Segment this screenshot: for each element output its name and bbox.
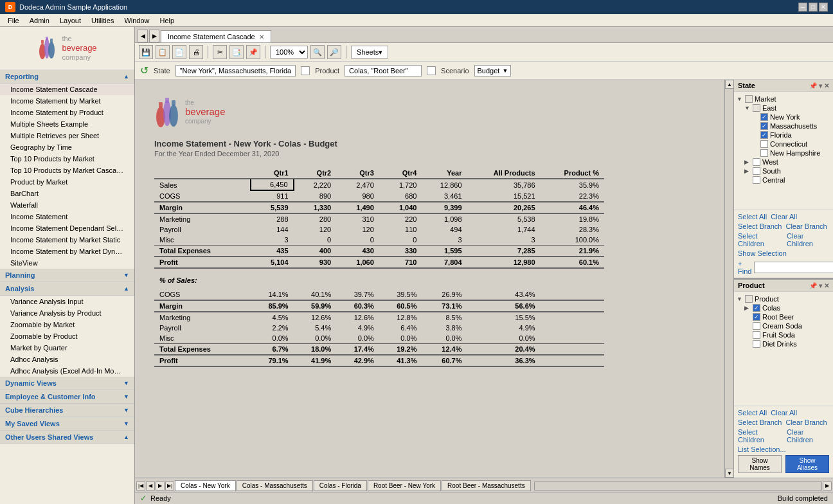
nav-item-siteview[interactable]: SiteView — [0, 257, 134, 269]
nav-section-reporting-header[interactable]: Reporting ▲ — [0, 70, 134, 84]
cell-cogs-pct[interactable]: 22.3% — [541, 190, 604, 202]
cell-margin-q4[interactable]: 1,040 — [379, 202, 422, 213]
cell-margin-year[interactable]: 9,399 — [422, 202, 467, 213]
nav-item-zoomable-product[interactable]: Zoomable by Product — [0, 330, 134, 342]
product-clear-all[interactable]: Clear All — [771, 409, 797, 417]
product-tree-colas[interactable]: ▶ ✓ Colas — [737, 303, 830, 312]
pct-totalexp-q2[interactable]: 18.0% — [294, 344, 337, 356]
product-panel-close[interactable]: ✕ — [824, 282, 829, 289]
state-tree-massachusetts[interactable]: ✓ Massachusetts — [737, 122, 830, 130]
sheet-scroll-right[interactable]: ▶ — [823, 482, 832, 491]
product-panel-collapse[interactable]: ▾ — [819, 282, 822, 289]
cell-cogs-q3[interactable]: 980 — [336, 190, 379, 202]
pct-cogs-q1[interactable]: 14.1% — [251, 289, 294, 300]
sheet-nav-next[interactable]: ▶ — [156, 482, 165, 491]
cell-sales-all[interactable]: 35,786 — [467, 179, 541, 190]
cell-payroll-q2[interactable]: 120 — [294, 224, 337, 235]
nav-item-top10-market[interactable]: Top 10 Products by Market — [0, 153, 134, 165]
cell-misc-q3[interactable]: 0 — [336, 235, 379, 246]
menu-layout[interactable]: Layout — [55, 15, 86, 26]
menu-window[interactable]: Window — [119, 15, 154, 26]
state-clear-children[interactable]: Clear Children — [787, 232, 829, 248]
state-clear-all[interactable]: Clear All — [771, 213, 797, 221]
market-check[interactable] — [745, 95, 753, 103]
pct-marketing-q4[interactable]: 12.8% — [379, 312, 422, 323]
show-aliases-button[interactable]: Show Aliases — [785, 455, 829, 473]
cell-misc-q2[interactable]: 0 — [294, 235, 337, 246]
pct-marketing-q1[interactable]: 4.5% — [251, 312, 294, 323]
product-root-check[interactable] — [745, 295, 753, 303]
nav-item-income-statement-cascade[interactable]: Income Statement Cascade — [0, 84, 134, 95]
cell-cogs-q2[interactable]: 890 — [294, 190, 337, 202]
cell-payroll-year[interactable]: 494 — [422, 224, 467, 235]
menu-help[interactable]: Help — [155, 15, 180, 26]
cell-margin-all[interactable]: 20,265 — [467, 202, 541, 213]
cell-margin-q1[interactable]: 5,539 — [251, 202, 294, 213]
pct-misc-q1[interactable]: 0.0% — [251, 333, 294, 344]
close-button[interactable]: ✕ — [819, 3, 828, 12]
pct-misc-q2[interactable]: 0.0% — [294, 333, 337, 344]
cell-profit-q1[interactable]: 5,104 — [251, 256, 294, 268]
pct-margin-q4[interactable]: 60.5% — [379, 300, 422, 312]
cell-cogs-q1[interactable]: 911 — [251, 190, 294, 202]
pct-margin-q1[interactable]: 85.9% — [251, 300, 294, 312]
sheet-tab-rootbeer-newyork[interactable]: Root Beer - New York — [368, 480, 441, 491]
nav-section-dynamic-header[interactable]: Dynamic Views ▼ — [0, 377, 134, 390]
tab-nav-right[interactable]: ▶ — [149, 30, 159, 42]
nav-item-product-market[interactable]: Product by Market — [0, 176, 134, 188]
pct-payroll-year[interactable]: 3.8% — [422, 323, 467, 333]
menu-utilities[interactable]: Utilities — [86, 15, 119, 26]
toolbar-cut[interactable]: ✂ — [213, 45, 227, 59]
cell-misc-all[interactable]: 3 — [467, 235, 541, 246]
cell-profit-q4[interactable]: 710 — [379, 256, 422, 268]
cell-totalexp-all[interactable]: 7,285 — [467, 246, 541, 257]
pct-profit-q1[interactable]: 79.1% — [251, 355, 294, 366]
product-tree-dietdrinks[interactable]: Diet Drinks — [737, 339, 830, 348]
state-find-input[interactable] — [754, 262, 833, 273]
pct-profit-q3[interactable]: 42.9% — [336, 355, 379, 366]
cell-profit-year[interactable]: 7,804 — [422, 256, 467, 268]
product-clear-branch[interactable]: Clear Branch — [785, 419, 827, 426]
nav-item-geography-time[interactable]: Geography by Time — [0, 141, 134, 153]
sheet-nav-first[interactable]: |◀ — [136, 482, 145, 491]
cell-margin-q2[interactable]: 1,330 — [294, 202, 337, 213]
pct-totalexp-q1[interactable]: 6.7% — [251, 344, 294, 356]
pct-payroll-q3[interactable]: 4.9% — [336, 323, 379, 333]
vertical-scrollbar[interactable]: ▲ ▼ — [724, 80, 733, 478]
cell-sales-q4[interactable]: 1,720 — [379, 179, 422, 190]
cell-cogs-q4[interactable]: 680 — [379, 190, 422, 202]
toolbar-btn-3[interactable]: 📄 — [172, 45, 186, 59]
cell-totalexp-pct[interactable]: 21.9% — [541, 246, 604, 257]
sheet-nav-prev[interactable]: ◀ — [146, 482, 155, 491]
cell-profit-q2[interactable]: 930 — [294, 256, 337, 268]
nav-section-cube-header[interactable]: Cube Hierarchies ▼ — [0, 404, 134, 417]
pct-misc-q3[interactable]: 0.0% — [336, 333, 379, 344]
sheet-nav-last[interactable]: ▶| — [165, 482, 174, 491]
cell-profit-q3[interactable]: 1,060 — [336, 256, 379, 268]
tab-close-button[interactable]: ✕ — [259, 33, 264, 40]
pct-cogs-q2[interactable]: 40.1% — [294, 289, 337, 300]
cell-payroll-all[interactable]: 1,744 — [467, 224, 541, 235]
cell-profit-all[interactable]: 12,980 — [467, 256, 541, 268]
cell-sales-q2[interactable]: 2,220 — [294, 179, 337, 190]
nav-item-barchart[interactable]: BarChart — [0, 188, 134, 199]
state-tree-west[interactable]: ▶ West — [737, 158, 830, 166]
cell-marketing-pct[interactable]: 19.8% — [541, 213, 604, 224]
sheet-tab-rootbeer-mass[interactable]: Root Beer - Massachusetts — [442, 480, 531, 491]
state-show-selection[interactable]: Show Selection — [738, 249, 787, 257]
cell-totalexp-q1[interactable]: 435 — [251, 246, 294, 257]
nav-item-income-statement-market[interactable]: Income Statement by Market — [0, 95, 134, 107]
nav-item-income-market-dynamic[interactable]: Income Statement by Market Dynamic — [0, 246, 134, 257]
cell-sales-q3[interactable]: 2,470 — [336, 179, 379, 190]
state-select-children[interactable]: Select Children — [738, 232, 783, 248]
pct-cogs-all[interactable]: 43.4% — [467, 289, 541, 300]
mass-check[interactable]: ✓ — [760, 122, 768, 130]
cell-profit-pct[interactable]: 60.1% — [541, 256, 604, 268]
state-tree-central[interactable]: Central — [737, 176, 830, 184]
pct-profit-q2[interactable]: 41.9% — [294, 355, 337, 366]
state-panel-collapse[interactable]: ▾ — [819, 82, 822, 89]
pct-marketing-all[interactable]: 15.5% — [467, 312, 541, 323]
pct-totalexp-q4[interactable]: 19.2% — [379, 344, 422, 356]
tab-nav-left[interactable]: ◀ — [138, 30, 148, 42]
pct-cogs-q3[interactable]: 39.7% — [336, 289, 379, 300]
